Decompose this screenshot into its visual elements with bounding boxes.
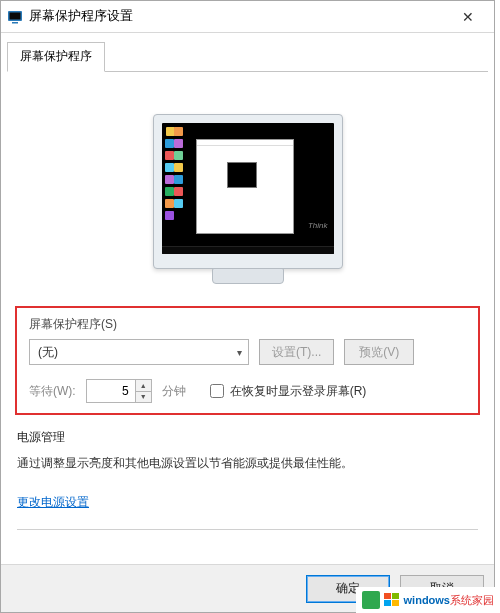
tabstrip: 屏幕保护程序 (1, 35, 494, 71)
preview-screen: Think (162, 123, 334, 254)
screensaver-select[interactable]: (无) ▾ (29, 339, 249, 365)
wait-input[interactable] (87, 380, 135, 402)
svg-rect-1 (10, 12, 21, 19)
watermark-badge-icon (362, 591, 380, 609)
resume-logon-checkbox[interactable] (210, 384, 224, 398)
watermark: windows系统家园 (356, 587, 500, 613)
change-power-settings-link[interactable]: 更改电源设置 (17, 494, 89, 511)
tab-screensaver[interactable]: 屏幕保护程序 (7, 42, 105, 72)
preview-inner-window (196, 139, 294, 234)
preview-button[interactable]: 预览(V) (344, 339, 414, 365)
svg-rect-2 (12, 22, 18, 24)
settings-button[interactable]: 设置(T)... (259, 339, 334, 365)
svg-rect-4 (392, 593, 399, 599)
chevron-down-icon: ▾ (237, 347, 242, 358)
power-section-label: 电源管理 (17, 429, 480, 446)
section-divider (17, 529, 478, 530)
screensaver-row-2: 等待(W): ▲ ▼ 分钟 在恢复时显示登录屏幕(R) (29, 379, 466, 403)
preview-taskbar (162, 246, 334, 254)
resume-logon-checkbox-wrap[interactable]: 在恢复时显示登录屏幕(R) (210, 383, 367, 400)
window-title: 屏幕保护程序设置 (29, 8, 448, 25)
windows-logo-icon (384, 592, 400, 608)
settings-window: 屏幕保护程序设置 ✕ 屏幕保护程序 (0, 0, 495, 613)
app-icon (7, 9, 23, 25)
close-icon: ✕ (462, 9, 474, 25)
svg-rect-6 (392, 600, 399, 606)
titlebar[interactable]: 屏幕保护程序设置 ✕ (1, 1, 494, 33)
screensaver-row-1: (无) ▾ 设置(T)... 预览(V) (29, 339, 466, 365)
svg-rect-3 (384, 593, 391, 599)
wait-spinbox[interactable]: ▲ ▼ (86, 379, 152, 403)
wait-unit-label: 分钟 (162, 383, 186, 400)
screensaver-group-highlight: 屏幕保护程序(S) (无) ▾ 设置(T)... 预览(V) 等待(W): ▲ (15, 306, 480, 415)
tab-content: Think 屏幕保护程序(S) (无) ▾ 设置(T)... 预览(V) 等待(… (1, 72, 494, 564)
close-button[interactable]: ✕ (448, 3, 488, 31)
spin-down-button[interactable]: ▼ (136, 392, 151, 403)
spin-up-button[interactable]: ▲ (136, 380, 151, 392)
screensaver-group-label: 屏幕保护程序(S) (29, 316, 466, 333)
resume-logon-label: 在恢复时显示登录屏幕(R) (230, 383, 367, 400)
watermark-text: windows系统家园 (404, 593, 494, 608)
power-section-text: 通过调整显示亮度和其他电源设置以节省能源或提供最佳性能。 (17, 454, 478, 472)
preview-area: Think (15, 86, 480, 296)
desktop-icons (165, 127, 183, 244)
preview-monitor: Think (153, 114, 343, 269)
preview-brand-text: Think (308, 221, 328, 230)
screensaver-select-value: (无) (38, 344, 58, 361)
svg-rect-5 (384, 600, 391, 606)
wait-label: 等待(W): (29, 383, 76, 400)
spin-buttons: ▲ ▼ (135, 380, 151, 402)
preview-inner-black (227, 162, 257, 188)
